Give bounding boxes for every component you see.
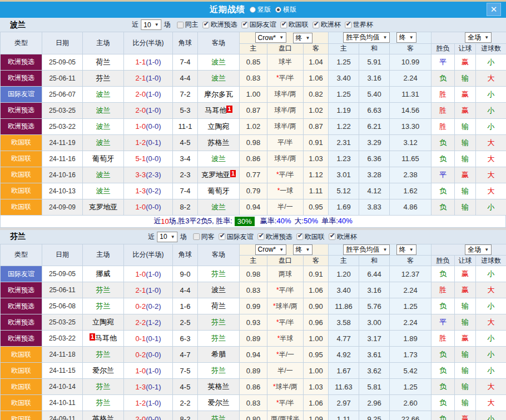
match-count-select[interactable]: 10 ▼ [141, 19, 161, 30]
star-icon: * [276, 171, 279, 178]
goals-result-cell: 小 [476, 347, 506, 363]
handicap-cell: 半/一 [267, 199, 304, 215]
filter-checkbox-item[interactable]: 欧洲预选 [200, 20, 237, 29]
chevron-down-icon: ▼ [279, 35, 284, 40]
bookmaker-select[interactable]: Crow*▼ [255, 32, 287, 43]
full-time-score: 1-3 [135, 187, 146, 195]
handicap-result-cell: 输 [455, 379, 476, 395]
corner-cell: 4-4 [173, 70, 198, 86]
checkbox-checked-icon[interactable] [329, 233, 336, 240]
checkbox-checked-icon[interactable] [203, 22, 210, 28]
filter-checkbox-item[interactable]: 欧洲杯 [326, 232, 357, 242]
filter-checkbox-item[interactable]: 欧洲预选 [255, 232, 292, 242]
checkbox-checked-icon[interactable] [313, 22, 320, 28]
mean-away-cell: 2.24 [390, 70, 431, 86]
result-cell: 负 [431, 363, 455, 379]
result-cell: 胜 [431, 118, 455, 134]
crow-away-odds-cell: 0.95 [304, 347, 329, 363]
full-time-score: 1-1 [135, 58, 146, 66]
away-team-cell: 苏格兰 [198, 134, 240, 151]
col-header-home-odds: 主 [240, 43, 267, 54]
vertical-layout-radio[interactable]: 竖版 [250, 5, 271, 14]
home-team-cell: 波兰 [83, 183, 124, 199]
star-icon: * [276, 399, 279, 407]
col-header-goals: 进球数 [476, 256, 506, 266]
mean-draw-cell: 5.91 [359, 54, 390, 70]
mean-time-select[interactable]: 终▼ [396, 32, 416, 43]
odds-time-select[interactable]: 终▼ [293, 33, 313, 43]
full-time-score: 3-3 [135, 171, 146, 179]
full-match-select[interactable]: 全场▼ [465, 32, 492, 43]
filter-checkbox-item[interactable]: 国际友谊 [216, 232, 254, 242]
filter-checkbox-item[interactable]: 欧国联 [277, 20, 309, 29]
away-team-cell: 马耳他1 [198, 102, 240, 118]
result-cell: 负 [431, 379, 455, 395]
checkbox-unchecked-icon[interactable] [194, 233, 200, 240]
filter-checkbox-item[interactable]: 欧洲杯 [310, 20, 341, 29]
red-card-badge: 1 [90, 333, 95, 341]
crow-home-odds-cell: 0.77 [240, 167, 267, 183]
horizontal-layout-radio[interactable]: 横版 [275, 5, 296, 14]
checkbox-checked-icon[interactable] [297, 233, 304, 240]
goals-result-cell: 小 [476, 411, 506, 420]
full-match-select[interactable]: 全场▼ [465, 244, 492, 255]
checkbox-checked-icon[interactable] [345, 22, 352, 28]
competition-type-cell: 欧洲预选 [1, 331, 42, 347]
team-name-text: 芬兰 [96, 302, 111, 310]
home-team-cell: 芬兰 [83, 70, 124, 86]
bookmaker-select[interactable]: Crow*▼ [255, 244, 287, 255]
mean-type-select[interactable]: 胜平负均值▼ [343, 32, 390, 43]
corner-cell: 4-7 [173, 347, 198, 363]
goals-result-cell: 大 [476, 282, 506, 298]
chevron-down-icon: ▼ [155, 22, 159, 27]
mean-type-select[interactable]: 胜平负均值▼ [343, 244, 390, 255]
goals-result-cell: 小 [476, 363, 506, 379]
handicap-result-cell: 输 [455, 395, 476, 411]
result-cell: 胜 [431, 331, 455, 347]
filter-checkbox-item[interactable]: 欧国联 [294, 232, 325, 242]
mean-time-select[interactable]: 终▼ [396, 244, 416, 255]
matches-label: 场 [164, 20, 171, 29]
result-cell: 平 [431, 314, 455, 331]
home-team-cell: 挪威 [83, 266, 124, 282]
filter-checkbox-item[interactable]: 同客 [190, 232, 215, 242]
checkbox-checked-icon[interactable] [258, 233, 265, 240]
date-cell: 25-06-07 [42, 86, 83, 102]
odds-time-select[interactable]: 终▼ [293, 244, 313, 255]
filter-checkbox-item[interactable]: 世界杯 [342, 20, 373, 29]
summary-stat-label: 赢率: [260, 217, 277, 225]
checkbox-unchecked-icon[interactable] [177, 22, 184, 28]
team-name-text: 芬兰 [96, 74, 111, 82]
summary-stat-label: 单率: [321, 217, 338, 225]
handicap-result-cell: 赢 [455, 167, 476, 183]
team-name-text: 荷兰 [96, 58, 111, 66]
half-time-score: (0-1) [146, 334, 161, 343]
summary-stat-value: 50% [304, 217, 318, 225]
filter-checkbox-item[interactable]: 同主 [174, 20, 199, 29]
filter-checkbox-item[interactable]: 国际友谊 [239, 20, 276, 29]
close-button[interactable]: ✕ [487, 3, 501, 16]
team-name-text: 克罗地亚 [201, 171, 230, 179]
mean-group-header: 胜平负均值▼ 终▼ [329, 32, 431, 44]
checkbox-checked-icon[interactable] [242, 22, 249, 28]
radio-checked-icon [275, 7, 281, 13]
result-cell: 胜 [431, 282, 455, 298]
handicap-cell: 球半/两 [267, 151, 304, 167]
summary-stats: 赢率:40%大:50%单率:40% [257, 216, 353, 226]
section-header-poland: 波兰 近 10 ▼ 场 同主欧洲预选国际友谊欧国联欧洲杯世界杯 [0, 18, 506, 32]
score-cell: 3-3(2-3) [124, 167, 173, 183]
score-cell: 1-0(0-0) [124, 199, 173, 215]
recent-results-window: 近期战绩 竖版 横版 ✕ 波兰 近 10 ▼ 场 同主欧洲预选国际友谊欧国联欧洲… [0, 0, 506, 420]
home-team-cell: 1马耳他 [83, 331, 124, 347]
mean-draw-cell: 6.44 [359, 266, 390, 282]
checkbox-checked-icon[interactable] [281, 22, 287, 28]
match-count-select[interactable]: 10 ▼ [157, 232, 177, 242]
away-team-cell: 波兰 [198, 70, 240, 86]
handicap-result-cell: 输 [455, 70, 476, 86]
mean-home-cell: 2.31 [329, 134, 359, 151]
summary-text: 场,胜3平2负5, 胜率: [169, 216, 232, 226]
team-name-text: 波兰 [211, 74, 226, 82]
col-header-handicap-result: 让球 [455, 256, 476, 266]
handicap-result-cell: 赢 [455, 411, 476, 420]
checkbox-checked-icon[interactable] [219, 233, 226, 240]
